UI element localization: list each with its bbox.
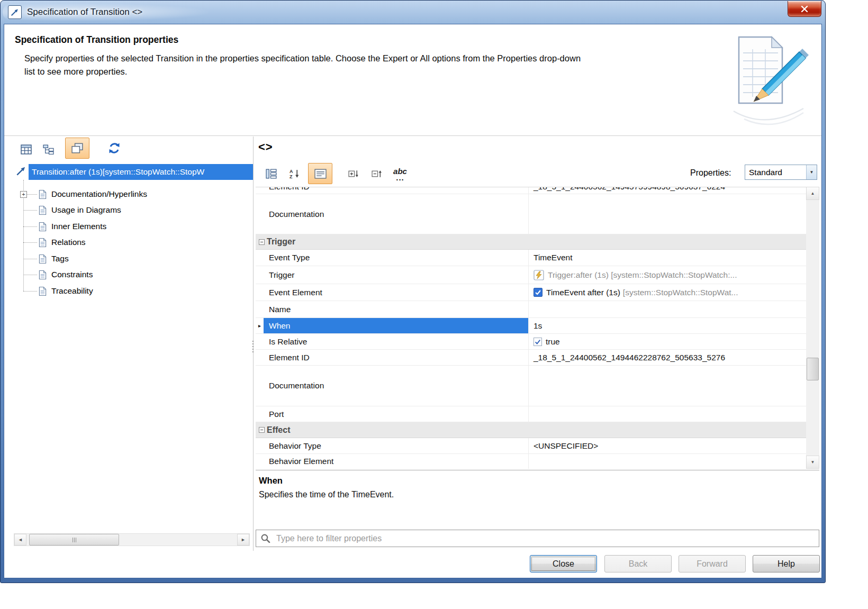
sort-alphabetically-button[interactable]: A Z — [284, 163, 304, 184]
scroll-left-button[interactable]: ◄ — [14, 534, 26, 546]
property-value[interactable] — [528, 301, 806, 317]
grid-view-icon — [21, 144, 32, 154]
tree-view-button[interactable] — [38, 140, 58, 159]
scroll-thumb[interactable] — [807, 358, 819, 380]
row-gutter — [256, 301, 264, 317]
properties-dropdown[interactable]: Standard ▼ — [745, 165, 817, 180]
tree-item-tags[interactable]: Tags — [23, 251, 69, 267]
dropdown-arrow-icon[interactable]: ▼ — [806, 165, 817, 179]
checkbox-checked-icon[interactable] — [534, 288, 542, 297]
property-value[interactable] — [528, 406, 806, 422]
event-element-path-text: [system::StopWatch::StopWat... — [623, 288, 738, 297]
tree-item-usage-in-diagrams[interactable]: Usage in Diagrams — [23, 202, 121, 218]
expand-all-button[interactable] — [343, 163, 364, 184]
scroll-thumb[interactable] — [29, 534, 119, 546]
property-value[interactable]: 1s — [528, 318, 806, 333]
tree-view-icon — [43, 144, 54, 154]
row-gutter — [256, 350, 264, 365]
table-vertical-scrollbar[interactable]: ▲ ▼ — [806, 187, 819, 469]
document-icon — [39, 189, 47, 199]
document-icon — [39, 205, 47, 215]
scroll-track[interactable] — [26, 534, 237, 546]
properties-table: Element ID _18_5_1_24400562_149457599489… — [256, 187, 806, 469]
grid-view-button[interactable] — [16, 140, 36, 159]
property-value[interactable]: TimeEvent — [528, 250, 806, 266]
tree-connector — [23, 291, 37, 292]
property-value[interactable]: <UNSPECIFIED> — [528, 438, 806, 453]
property-value[interactable]: Trigger:after (1s) [system::StopWatch::S… — [528, 266, 806, 284]
checkbox-checked-icon[interactable] — [534, 338, 542, 346]
tree-item-inner-elements[interactable]: Inner Elements — [23, 219, 106, 234]
property-value[interactable]: TimeEvent after (1s) [system::StopWatch:… — [528, 284, 806, 301]
property-value[interactable]: true — [528, 334, 806, 349]
property-name: Documentation — [264, 366, 528, 406]
close-dialog-button[interactable]: Close — [530, 555, 597, 572]
tree-item-constraints[interactable]: Constraints — [23, 267, 93, 283]
back-button[interactable]: Back — [604, 555, 672, 572]
header-title: Specification of Transition properties — [15, 34, 178, 46]
property-value[interactable]: _18_5_1_24400562_1494462228762_505633_52… — [528, 350, 806, 365]
row-gutter — [256, 454, 264, 469]
table-row-name[interactable]: Name — [256, 301, 806, 318]
transition-arrow-icon — [15, 165, 27, 177]
property-value[interactable] — [528, 194, 806, 234]
row-gutter — [256, 250, 264, 266]
tree-item-relations[interactable]: Relations — [23, 234, 86, 250]
collapse-section-icon[interactable] — [259, 427, 265, 433]
show-description-button-selected[interactable] — [308, 163, 332, 184]
trigger-icon — [534, 270, 544, 280]
help-button[interactable]: Help — [753, 555, 820, 572]
table-row-trigger[interactable]: Trigger Trigger:after (1s) [system::Stop… — [256, 266, 806, 284]
section-header-effect[interactable]: Effect — [256, 422, 806, 438]
expand-all-icon — [348, 169, 359, 179]
tree-root-item-transition[interactable]: Transition:after (1s)[system::StopWatch:… — [29, 164, 253, 180]
document-icon — [39, 254, 47, 264]
header-description-line2: list to see more properties. — [24, 65, 581, 78]
row-gutter — [256, 334, 264, 349]
table-row-element-id[interactable]: Element ID _18_5_1_24400562_149446222876… — [256, 350, 806, 366]
section-header-trigger[interactable]: Trigger — [256, 234, 806, 250]
expand-toggle[interactable]: + — [20, 191, 27, 198]
refresh-button[interactable] — [104, 139, 124, 158]
properties-dropdown-value: Standard — [745, 168, 806, 177]
collapse-section-icon[interactable] — [259, 239, 265, 245]
dialog-body: Specification of Transition properties S… — [4, 24, 822, 578]
tree-item-documentation-hyperlinks[interactable]: Documentation/Hyperlinks — [23, 186, 147, 202]
property-value[interactable] — [528, 454, 806, 469]
forward-button[interactable]: Forward — [679, 555, 746, 572]
table-row-event-type[interactable]: Event Type TimeEvent — [256, 250, 806, 266]
property-value[interactable] — [528, 366, 806, 406]
abc-options-button[interactable]: abc ... — [388, 163, 412, 185]
stack-view-button-selected[interactable] — [65, 138, 89, 159]
property-name: When — [264, 318, 528, 333]
left-horizontal-scrollbar[interactable]: ◄ ► — [14, 533, 250, 546]
document-icon — [39, 286, 47, 296]
close-button[interactable] — [788, 1, 821, 17]
collapse-all-icon — [372, 169, 383, 179]
filter-input[interactable] — [275, 533, 819, 544]
table-row-behavior-element[interactable]: Behavior Element — [256, 454, 806, 469]
titlebar[interactable]: Specification of Transition <> — [1, 1, 825, 24]
splitter-grip-icon[interactable] — [250, 338, 255, 356]
scroll-up-button[interactable]: ▲ — [806, 187, 819, 200]
table-row-documentation-2[interactable]: Documentation — [256, 366, 806, 406]
table-row-event-element[interactable]: Event Element TimeEvent after (1s) [syst… — [256, 284, 806, 301]
tree-item-label: Constraints — [51, 270, 93, 279]
table-row-clipped-element-id[interactable]: Element ID _18_5_1_24400562_149457599489… — [256, 187, 806, 194]
table-row-behavior-type[interactable]: Behavior Type <UNSPECIFIED> — [256, 438, 806, 454]
table-row-port[interactable]: Port — [256, 406, 806, 422]
tree-item-traceability[interactable]: Traceability — [23, 283, 93, 299]
selected-element-title: <> — [258, 140, 273, 154]
table-row-documentation[interactable]: Documentation — [256, 194, 806, 234]
collapse-all-button[interactable] — [367, 163, 387, 184]
scroll-down-button[interactable]: ▼ — [806, 456, 819, 469]
property-value[interactable]: _18_5_1_24400562_1494575994898_569637_62… — [528, 187, 806, 194]
table-row-when-selected[interactable]: ▸ When 1s — [256, 318, 806, 334]
description-text: Specifies the time of the TimeEvent. — [259, 490, 394, 499]
property-name: Behavior Element — [264, 454, 528, 469]
property-name: Behavior Type — [264, 438, 528, 453]
search-icon — [260, 533, 270, 543]
scroll-right-button[interactable]: ► — [237, 534, 249, 546]
categorized-view-button[interactable] — [261, 163, 281, 184]
table-row-is-relative[interactable]: Is Relative true — [256, 334, 806, 350]
